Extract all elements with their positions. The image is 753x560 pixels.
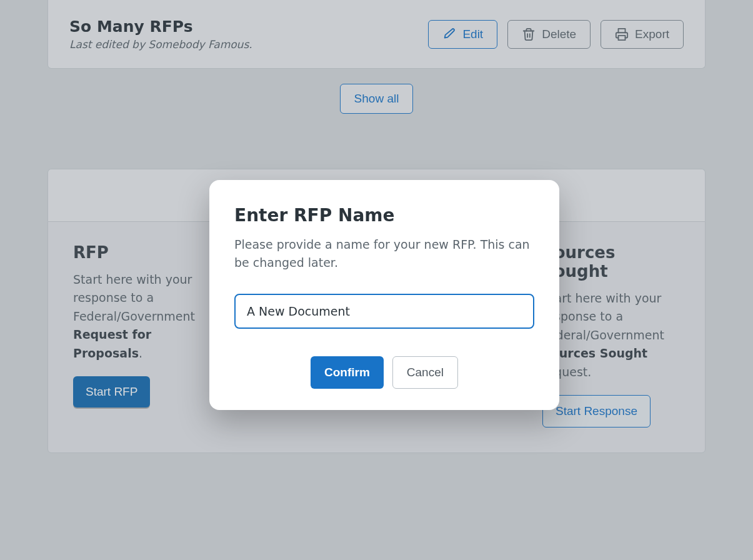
- confirm-button[interactable]: Confirm: [311, 356, 384, 389]
- rfp-name-input[interactable]: [234, 294, 534, 329]
- modal-overlay[interactable]: Enter RFP Name Please provide a name for…: [0, 0, 753, 560]
- modal-title: Enter RFP Name: [234, 205, 534, 226]
- enter-rfp-name-modal: Enter RFP Name Please provide a name for…: [209, 180, 559, 410]
- modal-description: Please provide a name for your new RFP. …: [234, 236, 534, 272]
- cancel-button[interactable]: Cancel: [392, 356, 458, 389]
